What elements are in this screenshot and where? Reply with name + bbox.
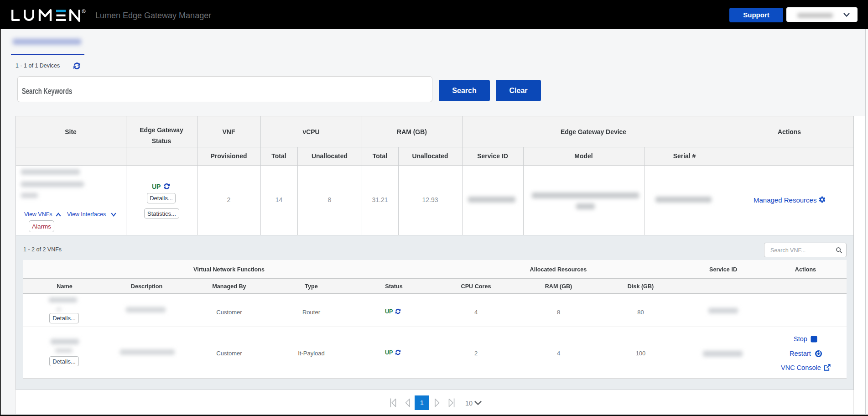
svg-text:R: R — [83, 10, 85, 12]
